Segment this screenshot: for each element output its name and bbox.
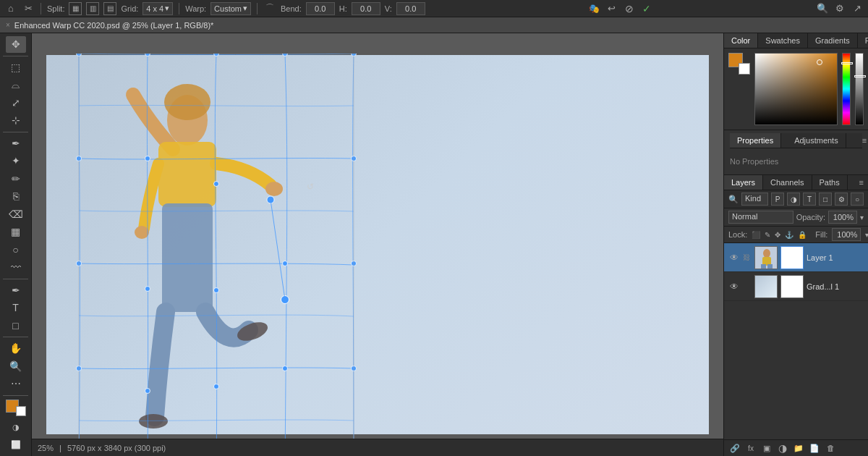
tab-close-btn[interactable]: × (6, 21, 10, 29)
warp-label: Warp: (185, 4, 206, 13)
hand-tool[interactable]: ✋ (6, 340, 26, 357)
layer-visibility-0[interactable]: 👁 (728, 252, 740, 263)
screen-mode-btn[interactable]: ⬜ (6, 437, 26, 454)
crop-tool[interactable]: ⊹ (6, 112, 26, 129)
kind-icon: 🔍 (728, 195, 739, 204)
settings-icon[interactable]: ⚙ (833, 2, 846, 15)
layer-name-0: Layer 1 (807, 253, 864, 262)
heal-tool[interactable]: ✦ (6, 153, 26, 169)
properties-panel-tabs: Properties Adjustments ≡ (730, 133, 862, 148)
zoom-level: 25% (38, 444, 54, 452)
cancel-icon[interactable]: ⊘ (623, 2, 636, 15)
blend-mode-dropdown[interactable]: Normal (728, 211, 793, 224)
grid-dropdown[interactable]: 4 x 4 ▾ (142, 2, 173, 15)
bend-input[interactable] (306, 2, 335, 15)
fill-chevron: ▾ (865, 231, 868, 239)
home-icon[interactable]: ⌂ (4, 2, 17, 15)
kind-dropdown[interactable]: Kind (741, 193, 768, 206)
lock-transparent-btn[interactable]: ⬛ (752, 231, 760, 239)
fill-input[interactable] (832, 228, 861, 241)
filter-pixel-btn[interactable]: P (771, 193, 784, 206)
bend-label: Bend: (281, 4, 302, 13)
search-icon[interactable]: 🔍 (816, 2, 829, 15)
left-tools-panel: ✥ ⬚ ⌓ ⤢ ⊹ ✒ ✦ ✏ ⎘ ⌫ ▦ ○ 〰 ✒ T □ ✋ 🔍 ⋯ ◑ … (0, 33, 32, 456)
add-mask-btn[interactable]: ▣ (760, 442, 773, 454)
scissors-icon[interactable]: ✂ (22, 2, 35, 15)
filter-smart-btn[interactable]: ⚙ (835, 193, 848, 206)
brush-tool[interactable]: ✏ (6, 170, 26, 187)
split-icon-1[interactable]: ▦ (69, 2, 82, 15)
puppet-icon[interactable]: 🎭 (588, 2, 601, 15)
filter-toggle[interactable]: ○ (851, 193, 864, 206)
lock-artboard-btn[interactable]: ⚓ (785, 231, 793, 239)
opacity-chevron: ▾ (860, 214, 864, 221)
lock-pixels-btn[interactable]: ✎ (765, 231, 770, 239)
layer-thumb-0 (754, 246, 778, 269)
tab-color[interactable]: Color (724, 33, 758, 48)
tab-adjustments[interactable]: Adjustments (787, 133, 846, 148)
layers-panel-menu[interactable]: ≡ (855, 175, 868, 190)
adjustment-layer-btn[interactable]: ◑ (776, 442, 789, 454)
share-icon[interactable]: ↗ (851, 2, 864, 15)
opacity-input[interactable] (828, 211, 857, 224)
shape-tool[interactable]: □ (6, 318, 26, 334)
tab-swatches[interactable]: Swatches (758, 33, 808, 48)
object-select-tool[interactable]: ⤢ (6, 94, 26, 111)
zoom-tool[interactable]: 🔍 (6, 358, 26, 375)
pen-tool[interactable]: ✒ (6, 282, 26, 299)
properties-panel-menu[interactable]: ≡ (858, 133, 868, 148)
eraser-tool[interactable]: ⌫ (6, 206, 26, 223)
layer-item-1[interactable]: 👁 Grad...l 1 (724, 272, 868, 301)
warp-dropdown[interactable]: Custom ▾ (210, 2, 251, 15)
lock-all-btn[interactable]: 🔒 (798, 231, 807, 239)
layer-name-1: Grad...l 1 (807, 282, 864, 291)
quick-mask-btn[interactable]: ◑ (6, 419, 26, 436)
fx-btn[interactable]: fx (744, 442, 757, 454)
split-icon-3[interactable]: ▤ (103, 2, 116, 15)
filter-shape-btn[interactable]: □ (819, 193, 832, 206)
fg-bg-color-swatches[interactable] (728, 53, 750, 75)
new-layer-btn[interactable]: 📄 (808, 442, 821, 454)
layer-thumb-1 (754, 275, 778, 298)
move-tool[interactable]: ✥ (6, 36, 26, 53)
dodge-tool[interactable]: ○ (6, 242, 26, 258)
blur-tool[interactable]: 〰 (6, 259, 26, 276)
eyedrop-tool[interactable]: ✒ (6, 135, 26, 151)
fg-bg-swatches[interactable] (6, 400, 26, 416)
gradient-tool[interactable]: ▦ (6, 224, 26, 240)
layers-panel: Layers Channels Paths ≡ 🔍 Kind P ◑ T □ ⚙… (724, 175, 868, 456)
delete-layer-btn[interactable]: 🗑 (824, 442, 837, 454)
svg-rect-2 (158, 142, 216, 207)
layer-item-0[interactable]: 👁 ⛓ Layer 1 (724, 243, 868, 272)
layer-visibility-1[interactable]: 👁 (728, 281, 740, 292)
tool-sep-3 (3, 279, 27, 279)
tab-channels[interactable]: Channels (763, 175, 812, 190)
tab-layers[interactable]: Layers (724, 175, 763, 190)
hue-strip[interactable] (842, 53, 851, 125)
layers-panel-tabs: Layers Channels Paths ≡ (724, 175, 868, 190)
confirm-icon[interactable]: ✓ (640, 2, 653, 15)
canvas-area[interactable]: ↺ 25% | 5760 px x 3840 px (300 ppi) (32, 33, 723, 456)
tab-properties[interactable]: Properties (730, 133, 781, 148)
clone-tool[interactable]: ⎘ (6, 188, 26, 205)
background-swatch[interactable] (16, 406, 26, 416)
tab-gradients[interactable]: Gradients (808, 33, 858, 48)
text-tool[interactable]: T (6, 300, 26, 316)
link-layers-btn[interactable]: 🔗 (728, 442, 741, 454)
filter-adjust-btn[interactable]: ◑ (787, 193, 800, 206)
lasso-tool[interactable]: ⌓ (6, 77, 26, 93)
v-input[interactable] (396, 2, 425, 15)
tab-paths[interactable]: Paths (812, 175, 848, 190)
lock-position-btn[interactable]: ✥ (775, 231, 780, 239)
background-color-swatch[interactable] (739, 63, 750, 75)
filter-text-btn[interactable]: T (803, 193, 816, 206)
saturation-strip[interactable] (855, 53, 864, 125)
undo-icon[interactable]: ↩ (605, 2, 618, 15)
extra-tools[interactable]: ⋯ (6, 376, 26, 392)
h-input[interactable] (352, 2, 380, 15)
tab-patterns[interactable]: Patterns (858, 33, 868, 48)
split-icon-2[interactable]: ▥ (86, 2, 99, 15)
color-gradient-picker[interactable] (754, 53, 838, 125)
new-group-btn[interactable]: 📁 (792, 442, 805, 454)
marquee-tool[interactable]: ⬚ (6, 59, 26, 75)
